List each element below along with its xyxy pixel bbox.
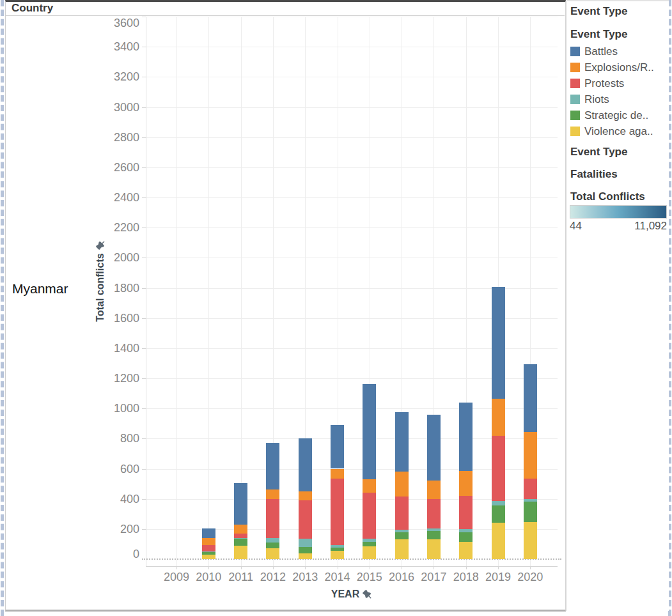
x-tick-2020: [530, 566, 531, 569]
bar-segment-2017-riots[interactable]: [427, 528, 441, 532]
bar-segment-2020-violence-aga-[interactable]: [524, 522, 537, 559]
bar-segment-2012-battles[interactable]: [266, 443, 279, 489]
y-tick-label-1200: 1200: [82, 371, 139, 385]
bar-segment-2020-protests[interactable]: [524, 479, 537, 499]
bar-segment-2011-explosions-r-[interactable]: [234, 525, 247, 534]
bar-segment-2019-riots[interactable]: [492, 501, 505, 505]
bar-segment-2017-battles[interactable]: [427, 415, 441, 481]
bar-segment-2017-strategic-de-[interactable]: [427, 531, 441, 539]
bar-segment-2018-battles[interactable]: [459, 403, 473, 471]
bar-segment-2019-protests[interactable]: [492, 436, 505, 502]
legend-title-event-type: Event Type: [570, 146, 627, 158]
x-axis-title: YEAR: [288, 589, 416, 600]
bar-segment-2014-violence-aga-[interactable]: [331, 551, 344, 559]
bar-segment-2015-protests[interactable]: [363, 493, 376, 539]
legend-item-violence-aga-[interactable]: Violence aga..: [570, 123, 654, 139]
bar-segment-2015-battles[interactable]: [363, 384, 376, 479]
x-tick-2012: [273, 566, 274, 569]
bar-segment-2018-strategic-de-[interactable]: [459, 532, 473, 542]
bar-segment-2018-explosions-r-[interactable]: [459, 471, 473, 496]
legend-swatch-icon: [570, 47, 580, 56]
bar-segment-2017-explosions-r-[interactable]: [427, 481, 441, 498]
color-gradient-bar[interactable]: [570, 205, 667, 219]
y-tick-label-2600: 2600: [82, 160, 139, 174]
bar-segment-2012-strategic-de-[interactable]: [266, 543, 279, 548]
bar-segment-2014-protests[interactable]: [331, 479, 344, 545]
x-tick-label-2012: 2012: [255, 571, 291, 583]
y-tick-label-1000: 1000: [82, 401, 139, 415]
bar-segment-2010-explosions-r-[interactable]: [202, 538, 215, 545]
bar-segment-2012-explosions-r-[interactable]: [266, 489, 279, 499]
bar-segment-2016-protests[interactable]: [395, 497, 409, 530]
bar-segment-2013-violence-aga-[interactable]: [299, 553, 312, 559]
bar-segment-2015-explosions-r-[interactable]: [363, 479, 376, 493]
bar-segment-2014-strategic-de-[interactable]: [331, 548, 344, 551]
bar-segment-2020-explosions-r-[interactable]: [524, 432, 537, 479]
bar-segment-2018-riots[interactable]: [459, 529, 473, 532]
y-axis-line: [146, 17, 146, 566]
y-tick-label-2800: 2800: [82, 130, 139, 144]
bar-segment-2012-protests[interactable]: [266, 499, 279, 538]
bar-segment-2011-strategic-de-[interactable]: [234, 539, 247, 546]
y-tick-label-2400: 2400: [82, 190, 139, 204]
bar-segment-2011-battles[interactable]: [234, 483, 247, 525]
bar-segment-2016-riots[interactable]: [395, 530, 409, 532]
x-tick-2017: [434, 566, 434, 569]
bar-segment-2020-battles[interactable]: [524, 364, 537, 432]
y-tick-label-0: 0: [82, 547, 139, 561]
bar-segment-2013-protests[interactable]: [299, 500, 312, 539]
bar-segment-2018-protests[interactable]: [459, 496, 473, 529]
bar-segment-2016-strategic-de-[interactable]: [395, 532, 409, 540]
bar-segment-2013-strategic-de-[interactable]: [299, 547, 312, 553]
legend-item-protests[interactable]: Protests: [570, 75, 654, 91]
y-tick-label-400: 400: [82, 492, 139, 506]
y-tick-label-600: 600: [82, 462, 139, 476]
x-axis-title-text: YEAR: [331, 589, 359, 600]
x-tick-2010: [208, 566, 209, 569]
bar-segment-2014-battles[interactable]: [331, 425, 344, 468]
bar-segment-2019-violence-aga-[interactable]: [492, 523, 505, 559]
legend-item-label: Riots: [584, 93, 609, 106]
bar-segment-2019-strategic-de-[interactable]: [492, 505, 505, 523]
bar-segment-2011-violence-aga-[interactable]: [234, 546, 247, 559]
legend-item-riots[interactable]: Riots: [570, 91, 654, 107]
bar-segment-2014-explosions-r-[interactable]: [331, 469, 344, 479]
bar-segment-2011-riots[interactable]: [234, 538, 247, 539]
bar-segment-2016-violence-aga-[interactable]: [395, 539, 409, 559]
bar-segment-2014-riots[interactable]: [331, 545, 344, 548]
bar-segment-2018-violence-aga-[interactable]: [459, 542, 473, 559]
bar-segment-2010-riots[interactable]: [202, 551, 215, 552]
bar-segment-2013-riots[interactable]: [299, 539, 312, 547]
bar-segment-2020-strategic-de-[interactable]: [524, 502, 537, 522]
bar-segment-2010-violence-aga-[interactable]: [202, 555, 215, 559]
legend-item-explosions-r-[interactable]: Explosions/R..: [570, 59, 654, 75]
bar-segment-2012-riots[interactable]: [266, 538, 279, 543]
bar-segment-2015-riots[interactable]: [363, 539, 376, 542]
bar-segment-2010-strategic-de-[interactable]: [202, 552, 215, 555]
y-tick-label-2000: 2000: [82, 250, 139, 265]
bar-segment-2013-battles[interactable]: [299, 438, 312, 491]
bar-segment-2020-riots[interactable]: [524, 499, 537, 502]
bar-segment-2012-violence-aga-[interactable]: [266, 548, 279, 559]
pin-icon[interactable]: [363, 590, 372, 599]
bar-segment-2010-battles[interactable]: [202, 528, 215, 538]
color-legend-title: Event Type: [570, 28, 627, 41]
x-tick-2015: [370, 566, 370, 569]
bar-segment-2015-strategic-de-[interactable]: [363, 542, 376, 546]
bar-segment-2016-explosions-r-[interactable]: [395, 472, 409, 497]
y-tick-label-200: 200: [82, 522, 139, 536]
x-gridline-2010: [208, 17, 209, 566]
bar-segment-2017-protests[interactable]: [427, 499, 441, 528]
gradient-range-labels: 44 11,092: [570, 220, 667, 233]
bar-segment-2010-protests[interactable]: [202, 545, 215, 552]
bar-segment-2011-protests[interactable]: [234, 534, 247, 538]
bar-segment-2015-violence-aga-[interactable]: [363, 546, 376, 559]
bar-segment-2019-explosions-r-[interactable]: [492, 399, 505, 436]
bar-segment-2016-battles[interactable]: [395, 412, 409, 472]
legend-item-strategic-de-[interactable]: Strategic de..: [570, 107, 654, 123]
bar-segment-2019-battles[interactable]: [492, 287, 505, 399]
legend-item-battles[interactable]: Battles: [570, 43, 654, 59]
bar-segment-2017-violence-aga-[interactable]: [427, 539, 441, 559]
bar-segment-2013-explosions-r-[interactable]: [299, 491, 312, 500]
y-tick-label-3400: 3400: [82, 40, 139, 54]
